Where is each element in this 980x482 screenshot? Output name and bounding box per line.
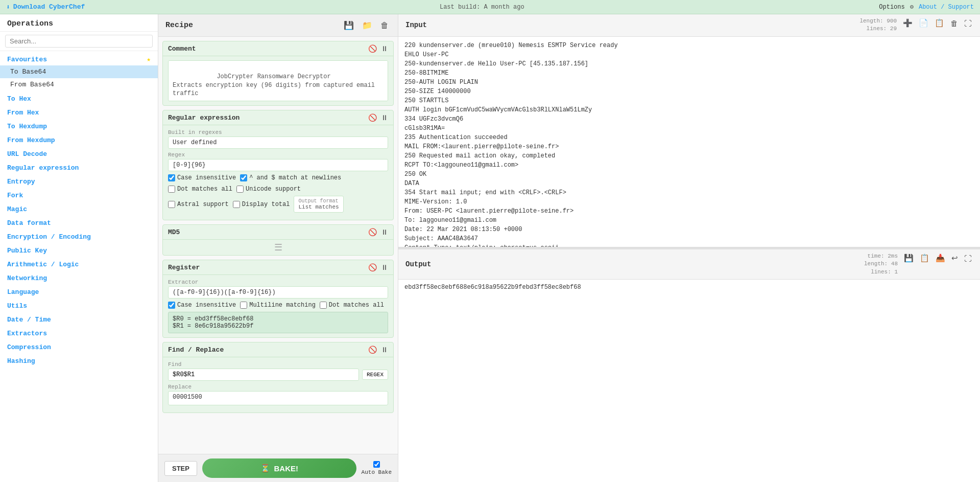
sidebar-section-url-decode[interactable]: URL Decode — [0, 146, 158, 160]
comment-text[interactable]: JobCrypter Ransomware Decryptor Extracts… — [168, 60, 388, 101]
regex-badge[interactable]: REGEX — [362, 370, 388, 380]
search-area — [0, 32, 158, 51]
register-multiline-input[interactable] — [240, 302, 247, 309]
save-recipe-button[interactable]: 💾 — [342, 19, 356, 31]
md5-pause-button[interactable]: ⏸ — [381, 228, 388, 236]
register-dot-matches-cb[interactable]: Dot matches all — [320, 302, 384, 309]
input-textarea[interactable] — [398, 37, 980, 247]
and-dollar-match-cb[interactable]: ^ and $ match at newlines — [240, 174, 341, 181]
regex-disable-button[interactable]: 🚫 — [368, 113, 377, 122]
unicode-support-input[interactable] — [236, 186, 244, 193]
sidebar-section-compression[interactable]: Compression — [0, 339, 158, 353]
md5-disable-button[interactable]: 🚫 — [368, 228, 377, 236]
find-replace-pause-button[interactable]: ⏸ — [381, 346, 388, 354]
dot-matches-all-cb[interactable]: Dot matches all — [168, 186, 232, 193]
output-save-button[interactable]: 💾 — [903, 253, 915, 264]
comment-pause-button[interactable]: ⏸ — [381, 44, 388, 53]
output-text: ebd3ff58ec8ebf688e6c918a95622b9febd3ff58… — [404, 284, 581, 291]
sidebar-item-to-base64[interactable]: To Base64 — [0, 65, 158, 78]
astral-support-input[interactable] — [168, 201, 175, 208]
output-content: ebd3ff58ec8ebf688e6c918a95622b9febd3ff58… — [398, 280, 980, 482]
register-pause-button[interactable]: ⏸ — [381, 263, 388, 271]
recipe-title: Recipe — [165, 21, 193, 30]
register-dot-matches-input[interactable] — [320, 302, 327, 309]
output-lines-meta: lines: 1 — [864, 268, 898, 276]
find-input[interactable] — [168, 369, 359, 381]
sidebar-section-utils[interactable]: Utils — [0, 298, 158, 312]
sidebar-item-from-base64[interactable]: From Base64 — [0, 78, 158, 91]
output-format-label: Output format — [298, 198, 339, 204]
load-recipe-button[interactable]: 📁 — [360, 19, 374, 31]
auto-bake-checkbox[interactable] — [373, 461, 380, 468]
regex-pause-button[interactable]: ⏸ — [381, 113, 388, 122]
options-label[interactable]: Options — [879, 4, 904, 11]
case-insensitive-input[interactable] — [168, 174, 175, 181]
output-format-box[interactable]: Output format List matches — [294, 196, 343, 213]
input-paste-button[interactable]: 📋 — [934, 17, 945, 29]
download-label[interactable]: Download CyberChef — [13, 3, 85, 11]
about-label[interactable]: About / Support — [919, 4, 974, 11]
output-undo-button[interactable]: ↩ — [950, 253, 959, 264]
input-add-button[interactable]: ➕ — [902, 17, 914, 29]
extractor-value[interactable]: ([a-f0-9]{16})([a-f0-9]{16}) — [168, 286, 388, 299]
recipe-scroll: Comment 🚫 ⏸ JobCrypter Ransomware Decryp… — [158, 37, 398, 454]
register-case-insensitive-cb[interactable]: Case insensitive — [168, 302, 236, 309]
step-button[interactable]: STEP — [164, 461, 197, 476]
star-icon: ★ — [147, 55, 151, 63]
sidebar-section-fork[interactable]: Fork — [0, 188, 158, 201]
dot-matches-all-input[interactable] — [168, 186, 175, 193]
replace-value[interactable]: 00001500 — [168, 391, 388, 405]
download-area[interactable]: ⬇ Download CyberChef — [6, 3, 85, 11]
input-length: 900 — [887, 18, 897, 24]
input-expand-button[interactable]: ⛶ — [963, 17, 973, 29]
gear-icon[interactable]: ⚙ — [910, 3, 914, 11]
case-insensitive-cb[interactable]: Case insensitive — [168, 174, 236, 181]
built-in-value[interactable]: User defined — [168, 136, 388, 149]
sidebar-section-favourites[interactable]: Favourites ★ — [0, 51, 158, 65]
unicode-support-cb[interactable]: Unicode support — [236, 186, 301, 193]
display-total-cb[interactable]: Display total — [233, 201, 290, 208]
input-header: Input length: 900 lines: 29 ➕ 📄 📋 🗑 ⛶ — [398, 14, 980, 37]
sidebar-section-arithmetic[interactable]: Arithmetic / Logic — [0, 257, 158, 270]
find-replace-disable-button[interactable]: 🚫 — [368, 346, 377, 354]
display-total-input[interactable] — [233, 201, 240, 208]
input-clear-button[interactable]: 🗑 — [949, 17, 959, 29]
sidebar-section-encryption[interactable]: Encryption / Encoding — [0, 229, 158, 243]
regex-value[interactable]: [0-9]{96} — [168, 159, 388, 171]
output-copy-button[interactable]: 📋 — [919, 253, 930, 264]
md5-card-header: MD5 🚫 ⏸ — [163, 225, 393, 240]
output-time: 2ms — [888, 253, 898, 259]
comment-card-body: JobCrypter Ransomware Decryptor Extracts… — [163, 56, 393, 105]
comment-disable-button[interactable]: 🚫 — [368, 44, 377, 53]
sidebar-section-from-hex[interactable]: From Hex — [0, 105, 158, 119]
sidebar-section-language[interactable]: Language — [0, 284, 158, 298]
md5-drag-handle[interactable]: ☰ — [274, 242, 282, 253]
bake-button[interactable]: ⏳ BAKE! — [202, 458, 356, 478]
register-var1: $R1 = 8e6c918a95622b9f — [173, 323, 384, 330]
register-case-insensitive-input[interactable] — [168, 302, 175, 309]
sidebar-section-to-hexdump[interactable]: To Hexdump — [0, 119, 158, 132]
clear-recipe-button[interactable]: 🗑 — [378, 19, 391, 31]
sidebar-section-entropy[interactable]: Entropy — [0, 174, 158, 188]
search-input[interactable] — [5, 35, 153, 48]
sidebar-section-hashing[interactable]: Hashing — [0, 353, 158, 367]
auto-bake-label: Auto Bake — [362, 469, 392, 475]
and-dollar-match-input[interactable] — [240, 174, 247, 181]
sidebar-section-to-hex[interactable]: To Hex — [0, 91, 158, 105]
sidebar-section-extractors[interactable]: Extractors — [0, 326, 158, 339]
sidebar-section-data-format[interactable]: Data format — [0, 215, 158, 229]
sidebar-section-from-hexdump[interactable]: From Hexdump — [0, 132, 158, 146]
sidebar-section-public-key[interactable]: Public Key — [0, 243, 158, 257]
output-paste-as-input-button[interactable]: 📥 — [935, 253, 946, 264]
register-disable-button[interactable]: 🚫 — [368, 263, 377, 271]
output-expand-button[interactable]: ⛶ — [963, 253, 973, 264]
sidebar-section-regular-expression[interactable]: Regular expression — [0, 160, 158, 174]
regex-card-body: Built in regexes User defined Regex [0-9… — [163, 125, 393, 220]
register-multiline-cb[interactable]: Multiline matching — [240, 302, 316, 309]
input-lines-meta: lines: 29 — [859, 25, 897, 33]
sidebar-section-date-time[interactable]: Date / Time — [0, 312, 158, 326]
sidebar-section-magic[interactable]: Magic — [0, 201, 158, 215]
sidebar-section-networking[interactable]: Networking — [0, 270, 158, 284]
astral-support-cb[interactable]: Astral support — [168, 201, 229, 208]
input-open-button[interactable]: 📄 — [918, 17, 929, 29]
